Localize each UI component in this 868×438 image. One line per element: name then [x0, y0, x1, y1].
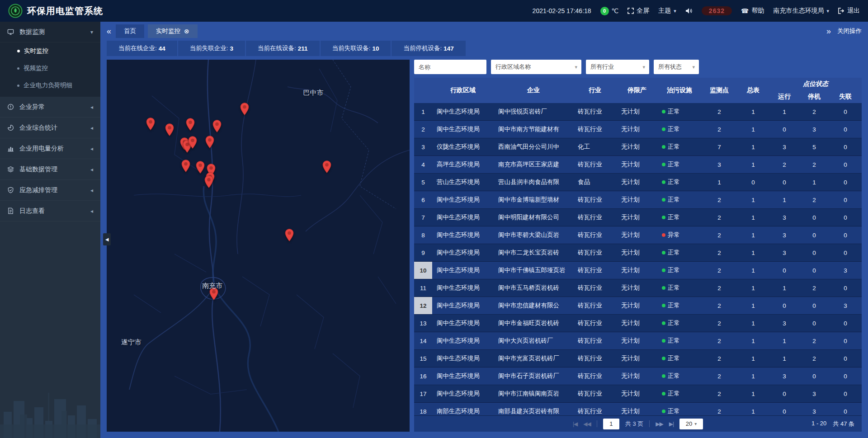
cell-lost: 3: [829, 267, 862, 274]
sidebar-item-realtime-monitoring[interactable]: 实时监控: [0, 42, 100, 60]
table-row[interactable]: 18南部生态环境局南部县建兴页岩砖有限砖瓦行业无计划正常21030: [414, 403, 862, 415]
table-row[interactable]: 13阆中生态环境局阆中市金福旺页岩机砖砖瓦行业无计划正常21300: [414, 315, 862, 332]
stat-label: 当前失联设备:: [332, 44, 371, 52]
cell-facility-status: 正常: [657, 354, 702, 363]
table-row[interactable]: 8阆中生态环境局阆中市枣碧大梁山页岩砖瓦行业无计划异常21300: [414, 226, 862, 244]
map-pin[interactable]: [181, 159, 190, 172]
tab-home[interactable]: 首页: [116, 24, 144, 38]
cell-stopped: 2: [799, 161, 829, 168]
prev-page-button[interactable]: ◀◀: [583, 421, 590, 427]
table-row[interactable]: 2阆中生态环境局阆中市南方节能建材有砖瓦行业无计划正常21030: [414, 121, 862, 138]
industry-filter-select[interactable]: 所有行业 ▾: [586, 60, 649, 74]
map-pin[interactable]: [165, 123, 174, 137]
sidebar-item-emergency-reduction[interactable]: 应急减排管理◂: [0, 180, 100, 201]
cell-company: 阆中强锐页岩砖厂: [494, 108, 573, 116]
map-pin[interactable]: [146, 117, 156, 130]
cell-industry: 砖瓦行业: [573, 213, 617, 221]
table-row[interactable]: 12阆中生态环境局阆中市忠信建材有限公砖瓦行业无计划正常21003: [414, 297, 862, 315]
cell-company: 阆中市金福旺页岩机砖: [494, 319, 573, 327]
map-collapse-button[interactable]: ◀: [103, 233, 111, 245]
cell-lost: 3: [829, 302, 862, 309]
tabs-scroll-right-icon[interactable]: »: [826, 27, 831, 35]
sidebar-item-power-usage-analysis[interactable]: 企业用电量分析◂: [0, 138, 100, 159]
cell-limit: 无计划: [617, 284, 657, 292]
alert-count-badge[interactable]: 2632: [702, 6, 732, 15]
map[interactable]: 巴中市南充市遂宁市: [107, 60, 410, 432]
facility-status-text: 正常: [668, 108, 680, 116]
sidebar-item-label: 企业综合统计: [19, 124, 57, 132]
name-filter-input[interactable]: [414, 60, 486, 74]
map-pin[interactable]: [212, 120, 222, 133]
sidebar-item-log-view[interactable]: 日志查看◂: [0, 201, 100, 221]
map-pin[interactable]: [240, 102, 249, 115]
first-page-button[interactable]: |◀: [573, 421, 577, 427]
help-button[interactable]: ☎ 帮助: [741, 7, 764, 15]
map-pin[interactable]: [196, 161, 205, 174]
column-header-facility: 治污设施: [657, 86, 702, 94]
table-row[interactable]: 15阆中生态环境局阆中市光富页岩机砖厂砖瓦行业无计划正常21120: [414, 350, 862, 367]
cell-lost: 0: [829, 179, 862, 186]
table-row[interactable]: 7阆中生态环境局阆中明阳建材有限公司砖瓦行业无计划正常21300: [414, 209, 862, 226]
facility-status-text: 正常: [668, 407, 680, 415]
next-page-button[interactable]: ▶▶: [656, 421, 663, 427]
table-row[interactable]: 6阆中生态环境局阆中市金博瑞新型墙材砖瓦行业无计划正常21120: [414, 191, 862, 209]
table-row[interactable]: 5营山生态环境局营山县润丰肉食品有限食品无计划正常10010: [414, 174, 862, 191]
tab-close-icon[interactable]: ⊗: [184, 28, 189, 34]
map-pin[interactable]: [322, 160, 332, 174]
cell-lost: 0: [829, 250, 862, 256]
fullscreen-button[interactable]: 全屏: [627, 7, 649, 15]
tab-label: 实时监控: [156, 27, 180, 35]
map-pin[interactable]: [204, 175, 213, 188]
status-filter-select[interactable]: 所有状态 ▾: [654, 60, 699, 74]
org-dropdown[interactable]: 南充市生态环境局 ▾: [773, 7, 829, 15]
cell-total-meters: 1: [737, 391, 769, 397]
cell-stopped: 0: [799, 267, 829, 274]
map-pin[interactable]: [185, 118, 195, 131]
theme-dropdown[interactable]: 主题 ▾: [658, 7, 676, 15]
cell-region: 阆中生态环境局: [432, 125, 494, 133]
sidebar-item-basic-data-management[interactable]: 基础数据管理◂: [0, 159, 100, 180]
table-row[interactable]: 3仪陇生态环境局西南油气田分公司川中化工无计划正常71350: [414, 138, 862, 156]
cell-limit: 无计划: [617, 178, 657, 186]
map-pin[interactable]: [188, 136, 198, 149]
cell-limit: 无计划: [617, 108, 657, 116]
page-size-select[interactable]: 20 ▾: [679, 419, 703, 429]
pagination-range-info: 1 - 20 共 47 条: [811, 420, 854, 428]
table-row[interactable]: 9阆中生态环境局阆中市二龙长宝页岩砖砖瓦行业无计划正常21300: [414, 244, 862, 262]
map-pin[interactable]: [285, 228, 294, 241]
table-row[interactable]: 11阆中生态环境局阆中市五马桥页岩机砖砖瓦行业无计划正常21120: [414, 279, 862, 297]
alarm-speaker-button[interactable]: [685, 8, 693, 14]
region-filter-select[interactable]: 行政区域名称 ▾: [491, 60, 581, 74]
log-icon: [7, 207, 14, 214]
cell-facility-status: 正常: [657, 143, 702, 151]
cell-monitor-points: 3: [702, 161, 737, 168]
sidebar-item-enterprise-statistics[interactable]: 企业综合统计◂: [0, 118, 100, 138]
cell-industry: 化工: [573, 143, 617, 151]
column-header-stopped: 停机: [799, 93, 829, 101]
tab-realtime-monitoring[interactable]: 实时监控⊗: [148, 24, 198, 38]
chevron-down-icon: ▾: [674, 8, 676, 14]
map-pin[interactable]: [205, 136, 214, 149]
cell-facility-status: 正常: [657, 125, 702, 133]
cell-facility-status: 正常: [657, 249, 702, 257]
table-row[interactable]: 14阆中生态环境局阆中大兴页岩机砖厂砖瓦行业无计划正常21120: [414, 332, 862, 350]
page-number-input[interactable]: [603, 419, 619, 429]
logout-button[interactable]: 退出: [838, 7, 860, 15]
table-row[interactable]: 4高坪生态环境局南充市高坪区王家店建砖瓦行业无计划正常31220: [414, 156, 862, 174]
table-row[interactable]: 1阆中生态环境局阆中强锐页岩砖厂砖瓦行业无计划正常21120: [414, 103, 862, 121]
stat-value: 44: [159, 45, 165, 52]
table-row[interactable]: 17阆中生态环境局阆中市江南镇阆南页岩砖瓦行业无计划正常21030: [414, 385, 862, 403]
table-row[interactable]: 10阆中生态环境局阆中市千佛镇五郎垭页岩砖瓦行业无计划正常21003: [414, 262, 862, 279]
map-roads: [107, 60, 410, 432]
sidebar-item-enterprise-abnormal[interactable]: 企业异常◂: [0, 97, 100, 118]
table-row[interactable]: 16阆中生态环境局阆中市石子页岩机砖厂砖瓦行业无计划正常21300: [414, 367, 862, 385]
sidebar-item-enterprise-power-load-detail[interactable]: 企业电力负荷明细: [0, 77, 100, 94]
close-operations-button[interactable]: 关闭操作: [837, 27, 862, 35]
cell-row-index: 1: [414, 103, 432, 120]
sidebar-item-data-monitoring[interactable]: 数据监测▾: [0, 22, 100, 42]
last-page-button[interactable]: ▶|: [669, 421, 674, 427]
sidebar-item-video-monitoring[interactable]: 视频监控: [0, 60, 100, 77]
cell-stopped: 1: [799, 179, 829, 186]
tabs-scroll-left-icon[interactable]: «: [107, 27, 111, 35]
tab-bar: « 首页实时监控⊗ » 关闭操作: [100, 22, 868, 41]
